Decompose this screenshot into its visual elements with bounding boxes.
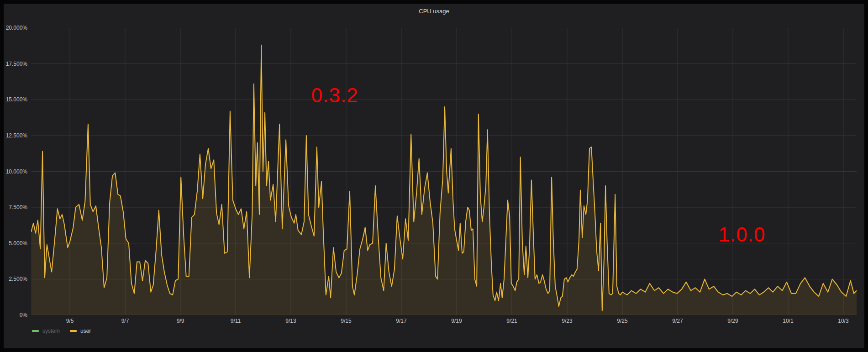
y-axis-label: 17.500% [6,60,27,68]
x-axis-label: 9/11 [221,318,250,324]
x-axis-label: 9/19 [442,318,471,324]
x-axis-label: 10/3 [829,318,858,324]
grafana-dashboard: CPU usage 0%2.500%5.000%7.500%10.000%12.… [0,0,868,352]
legend-swatch-system [32,330,39,332]
legend-label-system: system [42,328,60,334]
legend-swatch-user [70,330,77,332]
legend-item-system[interactable]: system [32,328,60,334]
x-axis-label: 9/5 [55,318,84,324]
legend: system user [32,328,91,334]
x-axis-label: 9/13 [276,318,305,324]
legend-label-user: user [80,328,91,334]
y-axis: 0%2.500%5.000%7.500%10.000%12.500%15.000… [4,28,27,315]
x-axis-label: 9/29 [718,318,747,324]
x-axis-label: 9/17 [387,318,416,324]
x-axis-label: 10/1 [773,318,803,324]
x-axis-label: 9/7 [110,318,140,324]
y-axis-label: 7.500% [9,204,27,211]
x-axis-label: 9/9 [166,318,195,324]
y-axis-label: 15.000% [6,96,27,103]
x-axis-label: 9/23 [552,318,582,324]
panel-title[interactable]: CPU usage [4,8,864,15]
y-axis-label: 20.000% [6,24,27,32]
x-axis-label: 9/27 [663,318,692,324]
x-axis-label: 9/15 [331,318,361,324]
x-axis: 9/59/79/99/119/139/159/179/199/219/239/2… [31,318,857,325]
x-axis-label: 9/25 [608,318,637,324]
x-axis-label: 9/21 [497,318,526,324]
legend-item-user[interactable]: user [70,328,91,334]
y-axis-label: 0% [20,311,27,319]
cpu-usage-panel: CPU usage 0%2.500%5.000%7.500%10.000%12.… [4,4,864,348]
cpu-usage-chart [31,28,857,315]
y-axis-label: 5.000% [9,240,27,247]
plot-area[interactable] [31,28,857,315]
y-axis-label: 2.500% [9,275,27,283]
y-axis-label: 12.500% [6,132,27,139]
y-axis-label: 10.000% [6,168,27,175]
